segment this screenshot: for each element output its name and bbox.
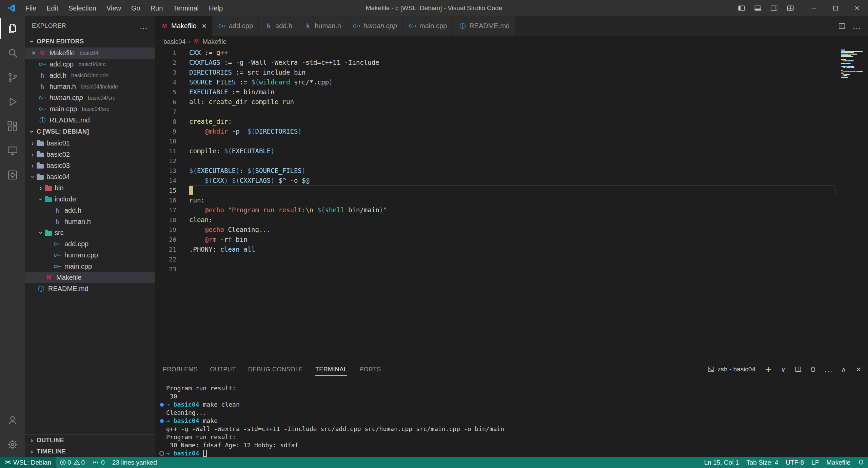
close-tab-icon[interactable]: × [202,23,206,30]
activity-source-control[interactable] [0,65,25,90]
close-panel-icon[interactable]: × [854,366,863,373]
tree-item-main-cpp[interactable]: C++main.cpp [25,261,155,272]
minimap[interactable] [841,50,863,81]
code-line-3[interactable]: 3DIRECTORIES := src include bin [155,67,868,77]
menu-file[interactable]: File [20,0,41,16]
activity-makefile-tools[interactable] [0,163,25,187]
kill-terminal-icon[interactable] [809,366,817,373]
close-window-button[interactable] [846,0,868,16]
tree-item-readme-md[interactable]: ⓘREADME.md [25,283,155,294]
activity-accounts[interactable] [0,408,25,432]
activity-settings[interactable] [0,432,25,457]
activity-extensions[interactable] [0,114,25,138]
code-line-9[interactable]: 9 @mkdir -p $(DIRECTORIES) [155,126,868,136]
code-line-19[interactable]: 19 @echo Cleaning... [155,225,868,235]
tab-human-cpp[interactable]: C++human.cpp [347,16,403,36]
tree-item-basic03[interactable]: ›basic03 [25,160,155,171]
language-mode[interactable]: Makefile [823,457,854,468]
panel-tab-terminal[interactable]: TERMINAL [315,365,347,374]
code-line-10[interactable]: 10 [155,136,868,146]
toggle-primary-sidebar-icon[interactable] [735,1,748,15]
remote-indicator[interactable]: >< WSL: Debian [0,457,56,468]
open-editors-header[interactable]: › OPEN EDITORS [25,36,155,47]
terminal-instance-picker[interactable]: zsh - basic04 [708,366,755,373]
panel-tab-ports[interactable]: PORTS [359,365,381,374]
code-line-17[interactable]: 17 @echo "Program run result:\n $(shell … [155,205,868,215]
activity-run-and-debug[interactable] [0,90,25,114]
tab-readme-md[interactable]: ⓘREADME.md [453,16,515,36]
editor-more-actions-icon[interactable]: … [852,24,861,28]
code-line-5[interactable]: 5EXECUTABLE := bin/main [155,87,868,97]
tree-item-include[interactable]: ›include [25,194,155,205]
problems-indicator[interactable]: 0 0 [56,457,88,468]
open-editor-readme-md[interactable]: ⓘREADME.md [25,115,155,126]
activity-search[interactable] [0,41,25,65]
open-editor-human-h[interactable]: hhuman.hbasic04/include [25,81,155,92]
tree-item-human-h[interactable]: hhuman.h [25,216,155,227]
explorer-more-icon[interactable]: … [140,24,148,28]
panel-tab-output[interactable]: OUTPUT [210,365,236,374]
open-editor-human-cpp[interactable]: C++human.cppbasic04/src [25,92,155,103]
tab-main-cpp[interactable]: C++main.cpp [403,16,453,36]
indentation[interactable]: Tab Size: 4 [743,457,782,468]
menu-selection[interactable]: Selection [63,0,101,16]
toggle-panel-icon[interactable] [751,1,764,15]
close-editor-icon[interactable]: × [29,49,38,57]
breadcrumb-folder[interactable]: basic04 [163,38,186,45]
tree-item-add-cpp[interactable]: C++add.cpp [25,238,155,250]
code-line-11[interactable]: 11compile: $(EXECUTABLE) [155,146,868,156]
command-decoration[interactable] [157,417,166,425]
menu-go[interactable]: Go [126,0,145,16]
open-editor-add-cpp[interactable]: C++add.cppbasic04/src [25,59,155,70]
panel-tab-debug-console[interactable]: DEBUG CONSOLE [248,365,303,374]
tab-add-cpp[interactable]: C++add.cpp [212,16,259,36]
timeline-header[interactable]: › TIMELINE [25,446,155,457]
maximize-button[interactable] [825,0,846,16]
tree-item-src[interactable]: ›src [25,227,155,238]
terminal-output[interactable]: Program run result: 30→ basic04 make cle… [155,379,868,457]
notifications-bell[interactable] [854,457,868,468]
launch-profile-chevron-icon[interactable]: ∨ [779,365,787,373]
code-line-14[interactable]: 14 $(CXX) $(CXXFLAGS) $^ -o $@ [155,176,868,186]
code-line-8[interactable]: 8create_dir: [155,117,868,126]
maximize-panel-icon[interactable]: ∧ [840,365,848,373]
code-line-1[interactable]: 1CXX := g++ [155,48,868,58]
split-terminal-icon[interactable] [794,366,802,373]
code-line-13[interactable]: 13$(EXECUTABLE): $(SOURCE_FILES) [155,166,868,176]
tab-makefile[interactable]: MMakefile× [155,16,212,36]
tree-item-basic02[interactable]: ›basic02 [25,149,155,160]
code-line-21[interactable]: 21.PHONY: clean all [155,245,868,254]
workspace-header[interactable]: › C [WSL: DEBIAN] [25,126,155,138]
code-line-7[interactable]: 7 [155,107,868,117]
tab-human-h[interactable]: hhuman.h [298,16,347,36]
menu-terminal[interactable]: Terminal [168,0,204,16]
split-editor-icon[interactable] [838,22,846,30]
open-editor-main-cpp[interactable]: C++main.cppbasic04/src [25,103,155,115]
code-line-2[interactable]: 2CXXFLAGS := -g -Wall -Wextra -std=c++11… [155,58,868,67]
customize-layout-icon[interactable] [784,1,797,15]
command-decoration[interactable] [157,449,166,457]
tab-add-h[interactable]: hadd.h [259,16,298,36]
tree-item-add-h[interactable]: hadd.h [25,205,155,216]
open-editor-makefile[interactable]: ×MMakefilebasic04 [25,47,155,59]
open-editor-add-h[interactable]: hadd.hbasic04/include [25,70,155,81]
breadcrumb-file[interactable]: Makefile [202,38,226,45]
outline-header[interactable]: › OUTLINE [25,434,155,446]
eol-sequence[interactable]: LF [808,457,823,468]
panel-more-actions-icon[interactable]: … [824,368,833,371]
code-line-15[interactable]: 15 [155,186,868,195]
code-line-4[interactable]: 4SOURCE_FILES := $(wildcard src/*.cpp) [155,77,868,87]
ports-indicator[interactable]: 0 [88,457,108,468]
editor[interactable]: 1CXX := g++2CXXFLAGS := -g -Wall -Wextra… [155,48,868,359]
new-terminal-icon[interactable]: + [764,366,772,373]
panel-tab-problems[interactable]: PROBLEMS [163,365,198,374]
command-decoration[interactable] [157,401,166,409]
menu-run[interactable]: Run [145,0,168,16]
code-line-20[interactable]: 20 @rm -rf bin [155,235,868,245]
activity-remote-explorer[interactable] [0,138,25,163]
cursor-position[interactable]: Ln 15, Col 1 [701,457,743,468]
menu-view[interactable]: View [101,0,126,16]
tree-item-human-cpp[interactable]: C++human.cpp [25,250,155,261]
menu-help[interactable]: Help [204,0,228,16]
code-line-16[interactable]: 16run: [155,195,868,205]
